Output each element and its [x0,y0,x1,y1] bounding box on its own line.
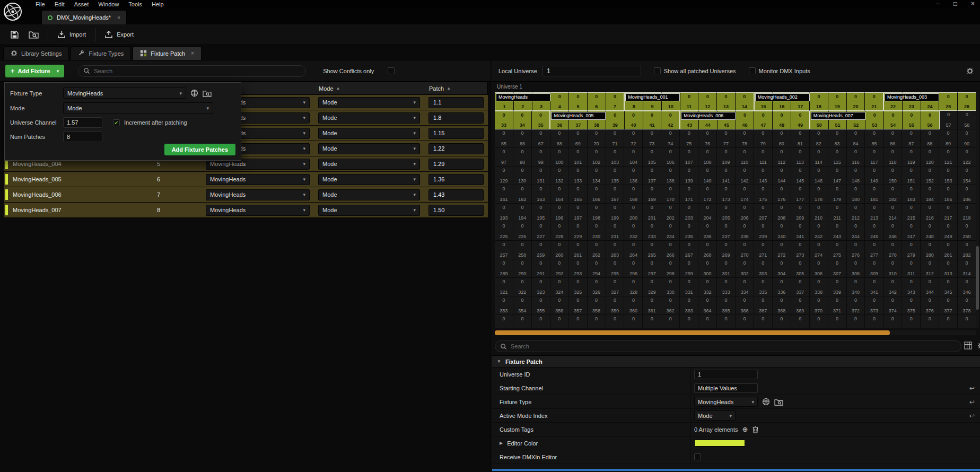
dmx-channel-cell[interactable]: 0397 [717,315,736,328]
dmx-channel-cell[interactable]: 0233 [643,222,661,241]
dmx-channel-cell[interactable]: 0267 [680,241,698,259]
dmx-channel-cell[interactable]: 048 [773,111,791,129]
dmx-channel-cell[interactable]: 018 [810,92,828,111]
dmx-channel-cell[interactable]: 0313 [939,259,958,278]
dmx-channel-cell[interactable]: 0353 [495,296,513,315]
dmx-channel-cell[interactable]: 0311 [902,259,921,278]
universe-channel-input[interactable] [63,117,102,128]
dmx-channel-cell[interactable]: 080 [773,129,791,148]
dmx-channel-cell[interactable]: 0250 [958,222,976,241]
dmx-channel-cell[interactable]: 0322 [513,278,532,296]
dmx-channel-cell[interactable]: 0152 [921,167,939,185]
dmx-channel-cell[interactable]: 0372 [847,296,865,315]
dmx-channel-cell[interactable]: 0116 [847,148,865,167]
fixture-patch-label[interactable]: MovingHeads_007 [811,112,865,120]
expand-right-icon[interactable]: ▶ [500,441,503,445]
dmx-channel-cell[interactable]: 012 [698,92,717,111]
num-patches-input[interactable] [63,132,102,142]
universe-id-input[interactable] [694,370,758,379]
dmx-channel-cell[interactable]: 036MovingHeads_005 [550,111,569,129]
close-button[interactable]: × [971,0,975,7]
dmx-channel-cell[interactable]: 034 [513,111,532,129]
dmx-channel-cell[interactable]: 046 [736,111,755,129]
dmx-channel-cell[interactable]: 0101 [569,148,588,167]
dmx-channel-cell[interactable]: 033 [495,111,513,129]
dmx-channel-cell[interactable]: 021 [865,92,883,111]
dmx-channel-cell[interactable]: 0265 [643,241,661,259]
dmx-channel-cell[interactable]: 0197 [569,204,588,222]
dmx-channel-cell[interactable]: 0119 [902,148,921,167]
dmx-channel-cell[interactable]: 0173 [717,185,736,204]
dmx-channel-cell[interactable]: 072 [624,129,643,148]
dmx-channel-cell[interactable]: 0361 [643,296,661,315]
browse-asset-icon[interactable] [774,398,783,406]
dmx-channel-cell[interactable]: 0303 [754,259,773,278]
dmx-channel-cell[interactable]: 0370 [810,296,828,315]
fixture-patch-label[interactable]: MovingHeads_005 [551,112,606,120]
dmx-channel-cell[interactable]: 0214 [883,204,902,222]
dmx-channel-cell[interactable]: 0200 [624,204,643,222]
dmx-channel-cell[interactable]: 0203 [680,204,698,222]
editor-color-swatch[interactable] [694,440,745,447]
dmx-channel-cell[interactable]: 020 [847,92,865,111]
dmx-channel-cell[interactable]: 0232 [624,222,643,241]
dmx-channel-cell[interactable]: 0343 [902,278,921,296]
dmx-channel-cell[interactable]: 0106 [661,148,680,167]
dmx-channel-cell[interactable]: 0171 [680,185,698,204]
dmx-channel-cell[interactable]: 076 [698,129,717,148]
dmx-channel-cell[interactable]: 0376 [921,296,939,315]
dmx-channel-cell[interactable]: 077 [717,129,736,148]
dmx-channel-cell[interactable]: 0336 [773,278,791,296]
dmx-channel-cell[interactable]: 069 [569,129,588,148]
local-universe-input[interactable] [542,66,641,76]
dmx-channel-cell[interactable]: 0346 [958,278,976,296]
browse-to-asset-button[interactable] [24,28,43,41]
dmx-channel-cell[interactable]: 0400 [773,315,791,328]
dmx-channel-cell[interactable]: 0230 [588,222,606,241]
monitor-settings-button[interactable] [966,67,974,75]
dmx-channel-cell[interactable]: 0161 [495,185,513,204]
dmx-channel-cell[interactable]: 083 [828,129,847,148]
dmx-channel-cell[interactable]: 04 [550,92,569,111]
dmx-channel-cell[interactable]: 055 [903,111,921,129]
dmx-channel-cell[interactable]: 0131 [532,167,550,185]
dmx-channel-cell[interactable]: 0329 [643,278,661,296]
dmx-channel-cell[interactable]: 0368 [773,296,791,315]
dmx-channel-cell[interactable]: 0148 [847,167,865,185]
dmx-channel-cell[interactable]: 057 [940,111,958,129]
dmx-channel-cell[interactable]: 0186 [958,185,976,204]
dmx-channel-cell[interactable]: 054 [884,111,903,129]
starting-channel-input[interactable] [694,383,758,393]
dmx-channel-cell[interactable]: 085 [865,129,883,148]
dmx-channel-cell[interactable]: 0238 [736,222,754,241]
patch-search-input[interactable] [94,68,301,74]
tab-close-icon[interactable]: × [191,50,194,56]
menu-edit[interactable]: Edit [50,1,69,8]
dmx-channel-cell[interactable]: 0174 [736,185,754,204]
dmx-channel-cell[interactable]: 0282 [958,241,976,259]
dmx-channel-cell[interactable]: 0301 [717,259,736,278]
dmx-channel-cell[interactable]: 013 [717,92,736,111]
dmx-channel-cell[interactable]: 0355 [532,296,550,315]
dmx-channel-cell[interactable]: 0269 [717,241,736,259]
dmx-channel-cell[interactable]: 089 [939,129,958,148]
mode-dropdown[interactable]: Mode▾ [318,205,420,216]
dmx-channel-cell[interactable]: 0147 [828,167,847,185]
dmx-channel-cell[interactable]: 0273 [791,241,810,259]
dmx-channel-cell[interactable]: 0407 [902,315,921,328]
active-mode-dropdown[interactable]: Mode ▾ [694,410,736,421]
dmx-channel-cell[interactable]: 0167 [606,185,625,204]
details-settings-gear-icon[interactable] [977,342,980,349]
dmx-channel-cell[interactable]: 0231 [606,222,625,241]
dmx-channel-cell[interactable]: 0334 [736,278,754,296]
dmx-channel-cell[interactable]: 0204 [698,204,717,222]
dmx-channel-cell[interactable]: 0331 [680,278,698,296]
dmx-channel-cell[interactable]: 0323 [532,278,550,296]
dmx-channel-cell[interactable]: 0209 [791,204,810,222]
mode-dropdown[interactable]: Mode▾ [318,189,420,200]
dmx-channel-cell[interactable]: 053 [865,111,884,129]
dmx-channel-cell[interactable]: 0337 [791,278,810,296]
dmx-channel-cell[interactable]: 0162 [513,185,532,204]
add-fixture-button[interactable]: + Add Fixture ▾ [5,65,64,77]
dmx-channel-cell[interactable]: 0225 [495,222,513,241]
